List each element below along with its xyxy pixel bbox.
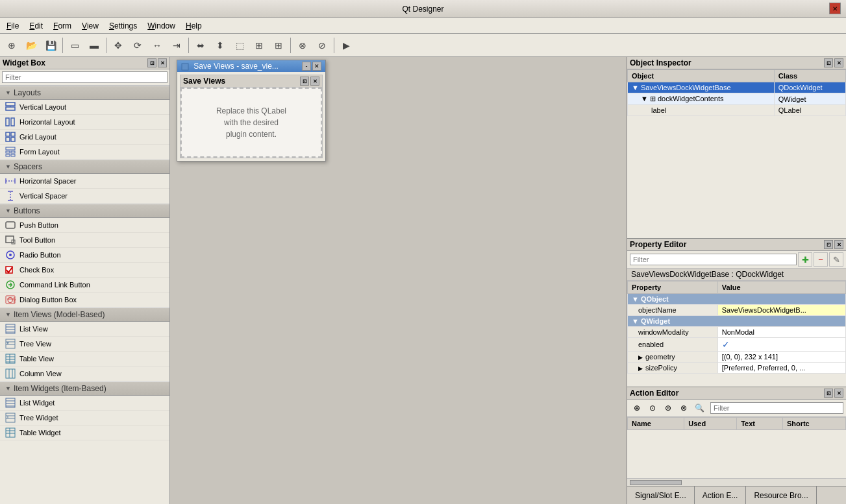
section-buttons[interactable]: ▼ Buttons	[0, 204, 169, 218]
property-value-objectname[interactable]: SaveViewsDockWidgetB...	[717, 305, 845, 316]
toolbar-layout-form[interactable]: ⊞	[250, 36, 268, 54]
property-configure-btn[interactable]: ✎	[829, 252, 843, 267]
toolbar-layout-v[interactable]: ⬍	[211, 36, 229, 54]
property-editor-close[interactable]: ✕	[834, 240, 843, 249]
floating-minimize-button[interactable]: -	[302, 62, 311, 71]
right-panel: Object Inspector ⊡ ✕ Object Class	[627, 57, 846, 504]
widget-item-tree-view[interactable]: Tree View	[0, 337, 169, 352]
widget-item-grid-layout[interactable]: Grid Layout	[0, 130, 169, 145]
action-paste-btn[interactable]: ⊚	[661, 401, 675, 415]
property-editor-float[interactable]: ⊡	[824, 240, 833, 249]
widget-item-column-view[interactable]: Column View	[0, 366, 169, 381]
property-row-sizepolicy[interactable]: ▶sizePolicy [Preferred, Preferred, 0, ..…	[628, 363, 846, 374]
toolbar-preview[interactable]: ▶	[337, 36, 355, 54]
widget-list: ▼ Layouts Vertical Layout Horizontal Lay…	[0, 86, 169, 504]
property-name-geometry[interactable]: ▶geometry	[628, 352, 718, 363]
section-item-widgets[interactable]: ▼ Item Widgets (Item-Based)	[0, 381, 169, 396]
property-value-enabled[interactable]: ✓	[717, 338, 845, 352]
menu-settings[interactable]: Settings	[105, 20, 141, 32]
section-item-views[interactable]: ▼ Item Views (Model-Based)	[0, 307, 169, 322]
widget-item-push-button[interactable]: Push Button	[0, 218, 169, 233]
inspector-row-1[interactable]: ▼ SaveViewsDockWidgetBase QDockWidget	[628, 82, 846, 93]
property-value-windowmodality[interactable]: NonModal	[717, 327, 845, 338]
widget-item-radio-button[interactable]: Radio Button	[0, 248, 169, 263]
property-section-qobject[interactable]: ▼ QObject	[628, 294, 846, 305]
menu-file[interactable]: File	[3, 20, 23, 32]
floating-close-button[interactable]: ✕	[312, 62, 321, 71]
widget-item-list-widget[interactable]: List Widget	[0, 396, 169, 411]
menu-window[interactable]: Window	[143, 20, 179, 32]
inner-dock-close[interactable]: ✕	[310, 77, 319, 86]
toolbar-new[interactable]: ⊕	[3, 36, 21, 54]
property-row-enabled[interactable]: enabled ✓	[628, 338, 846, 352]
widget-item-tool-button[interactable]: Tool Button	[0, 233, 169, 248]
widget-item-form-layout[interactable]: Form Layout	[0, 145, 169, 160]
toolbar-layout-h[interactable]: ⬌	[192, 36, 210, 54]
canvas-area[interactable]: Save Views - save_vie... - ✕ Save Views …	[170, 57, 627, 504]
action-copy-btn[interactable]: ⊙	[645, 401, 660, 415]
property-section-qwidget[interactable]: ▼ QWidget	[628, 316, 846, 327]
menu-help[interactable]: Help	[182, 20, 206, 32]
property-add-btn[interactable]: ✚	[798, 252, 812, 267]
tab-signal-slot[interactable]: Signal/Slot E...	[627, 486, 695, 504]
action-scrollbar[interactable]	[627, 478, 846, 486]
widget-item-horizontal-layout[interactable]: Horizontal Layout	[0, 115, 169, 130]
section-spacers[interactable]: ▼ Spacers	[0, 160, 169, 174]
toolbar-layout-spread[interactable]: ⬚	[230, 36, 249, 54]
menu-view[interactable]: View	[78, 20, 103, 32]
action-new-btn[interactable]: ⊕	[630, 401, 644, 415]
widget-item-list-view[interactable]: List View	[0, 322, 169, 337]
widget-box-float[interactable]: ⊡	[147, 58, 156, 67]
widget-item-vertical-spacer[interactable]: Vertical Spacer	[0, 189, 169, 204]
action-editor-close[interactable]: ✕	[834, 389, 843, 398]
property-value-geometry[interactable]: [(0, 0), 232 x 141]	[717, 352, 845, 363]
toolbar-adjust[interactable]: ⊘	[313, 36, 331, 54]
action-filter-input[interactable]	[710, 402, 843, 414]
toolbar-edit-tab[interactable]: ⇥	[168, 36, 186, 54]
object-inspector-float[interactable]: ⊡	[824, 58, 833, 67]
widget-item-table-view[interactable]: Table View	[0, 352, 169, 366]
menu-edit[interactable]: Edit	[25, 20, 47, 32]
action-search-btn[interactable]: 🔍	[692, 401, 706, 415]
property-filter-input[interactable]	[630, 254, 797, 265]
inspector-row-2[interactable]: ▼ ⊞ dockWidgetContents QWidget	[628, 93, 846, 105]
close-button[interactable]: ✕	[829, 3, 841, 14]
widget-box-close[interactable]: ✕	[158, 58, 167, 67]
action-delete-btn[interactable]: ⊗	[677, 401, 691, 415]
action-scrollbar-thumb[interactable]	[630, 480, 682, 485]
inner-dock-float[interactable]: ⊡	[300, 77, 309, 86]
widget-filter-input[interactable]	[2, 71, 168, 83]
inspector-row-3[interactable]: label QLabel	[628, 105, 846, 116]
toolbar-layout-grid[interactable]: ⊞	[269, 36, 288, 54]
command-link-button-icon	[5, 280, 16, 290]
widget-item-dialog-button-box[interactable]: OK X Dialog Button Box	[0, 293, 169, 307]
property-row-windowmodality[interactable]: windowModality NonModal	[628, 327, 846, 338]
toolbar-save[interactable]: 💾	[42, 36, 60, 54]
tab-resource-browser[interactable]: Resource Bro...	[746, 486, 816, 504]
toolbar-edit-signals[interactable]: ⟳	[129, 36, 147, 54]
property-row-objectname[interactable]: objectName SaveViewsDockWidgetB...	[628, 305, 846, 316]
toolbar-edit-widgets[interactable]: ✥	[109, 36, 127, 54]
floating-title-bar[interactable]: Save Views - save_vie... - ✕	[177, 60, 325, 72]
toolbar-open[interactable]: 📂	[22, 36, 40, 54]
property-remove-btn[interactable]: −	[814, 252, 828, 267]
toolbar-edit-buddies[interactable]: ↔	[148, 36, 166, 54]
property-value-sizepolicy[interactable]: [Preferred, Preferred, 0, ...	[717, 363, 845, 374]
widget-item-check-box[interactable]: Check Box	[0, 263, 169, 278]
menu-form[interactable]: Form	[49, 20, 75, 32]
object-inspector-close[interactable]: ✕	[834, 58, 843, 67]
toolbar-break-layout[interactable]: ⊗	[293, 36, 312, 54]
widget-item-command-link-button[interactable]: Command Link Button	[0, 278, 169, 293]
section-layouts[interactable]: ▼ Layouts	[0, 86, 169, 100]
widget-item-vertical-layout[interactable]: Vertical Layout	[0, 100, 169, 115]
property-name-sizepolicy[interactable]: ▶sizePolicy	[628, 363, 718, 374]
toolbar-widget[interactable]: ▭	[66, 36, 84, 54]
toolbar-widget2[interactable]: ▬	[85, 36, 103, 54]
widget-item-table-widget[interactable]: Table Widget	[0, 426, 169, 440]
action-editor-float[interactable]: ⊡	[824, 389, 833, 398]
enabled-checkbox[interactable]: ✓	[722, 339, 730, 350]
widget-item-horizontal-spacer[interactable]: Horizontal Spacer	[0, 174, 169, 189]
property-row-geometry[interactable]: ▶geometry [(0, 0), 232 x 141]	[628, 352, 846, 363]
tab-action-editor[interactable]: Action E...	[695, 486, 747, 504]
widget-item-tree-widget[interactable]: Tree Widget	[0, 411, 169, 426]
